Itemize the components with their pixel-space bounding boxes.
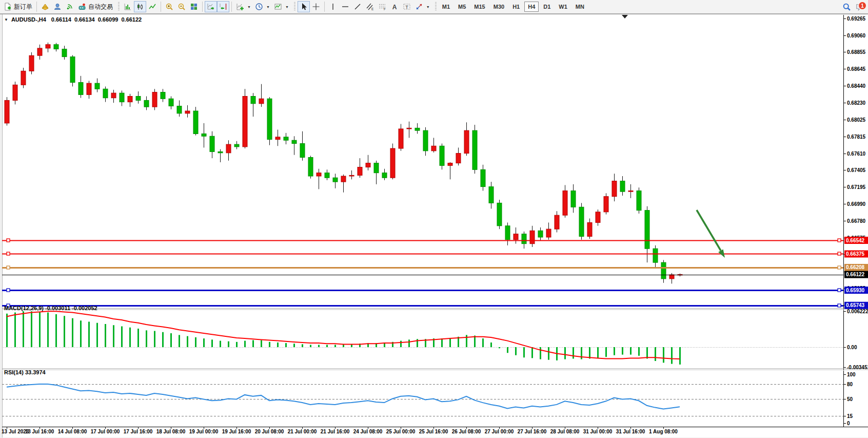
candle	[5, 100, 9, 123]
chevron-down-icon: ▼	[285, 5, 289, 9]
toolbar-gripper	[118, 2, 120, 11]
line-handle[interactable]	[7, 239, 10, 242]
line-handle[interactable]	[838, 289, 841, 292]
svg-text:0.66122: 0.66122	[846, 272, 865, 277]
chart-svg[interactable]: 0.692650.690600.688550.686450.684400.682…	[0, 0, 868, 438]
ohlc-high: 0.66134	[74, 16, 95, 23]
vertical-line-button[interactable]	[327, 1, 339, 12]
line-handle[interactable]	[7, 252, 10, 255]
tab-timeframe-h1[interactable]: H1	[509, 2, 523, 12]
profile-button[interactable]	[51, 1, 64, 12]
svg-text:18 Jul 08:00: 18 Jul 08:00	[156, 429, 186, 434]
candle	[325, 173, 329, 178]
tab-timeframe-mn[interactable]: MN	[572, 2, 588, 12]
periods-button[interactable]: ▼	[253, 1, 272, 12]
candle	[210, 136, 214, 151]
timeframe-group: M1M5M15M30H1H4D1W1MN	[439, 2, 588, 12]
zoom-in-button[interactable]	[163, 1, 175, 12]
chart-dropdown-icon[interactable]: ▼	[4, 17, 8, 22]
candle	[620, 181, 625, 192]
svg-text:19 Jul 00:00: 19 Jul 00:00	[189, 429, 219, 434]
cursor-icon	[300, 3, 308, 11]
text-label-button[interactable]: T	[401, 1, 413, 12]
toolbar-gripper	[435, 2, 437, 11]
tab-timeframe-m15[interactable]: M15	[470, 2, 488, 12]
toolbar-separator	[202, 2, 203, 12]
chart-area[interactable]: 0.692650.690600.688550.686450.684400.682…	[0, 0, 868, 438]
svg-text:A: A	[392, 4, 397, 11]
candle	[177, 106, 182, 113]
candle	[95, 83, 100, 89]
line-handle[interactable]	[7, 266, 10, 269]
candle	[497, 203, 502, 225]
line-handle[interactable]	[838, 266, 841, 269]
new-order-button[interactable]: 新订单	[2, 1, 34, 12]
svg-text:0.67195: 0.67195	[847, 184, 866, 190]
zoom-out-button[interactable]	[175, 1, 188, 12]
signals-button[interactable]	[64, 1, 76, 12]
line-handle[interactable]	[838, 304, 841, 307]
candle	[628, 191, 633, 192]
candle	[78, 83, 83, 95]
line-handle[interactable]	[7, 289, 10, 292]
auto-trading-button[interactable]: 自动交易	[76, 1, 115, 12]
vertical-line-icon	[329, 3, 337, 11]
candle	[275, 137, 280, 140]
candle	[292, 140, 297, 143]
tab-timeframe-d1[interactable]: D1	[540, 2, 554, 12]
macd-indicator-label: MACD(12,26,9) -0.003011 -0.002052	[4, 305, 97, 311]
tab-timeframe-m30[interactable]: M30	[490, 2, 508, 12]
candle	[37, 48, 42, 55]
candle	[161, 92, 165, 99]
candle	[267, 99, 272, 139]
tab-timeframe-m1[interactable]: M1	[439, 2, 453, 12]
fibonacci-button[interactable]: F	[376, 1, 388, 12]
candle	[317, 173, 321, 176]
templates-button[interactable]: ▼	[272, 1, 291, 12]
trendline-button[interactable]	[351, 1, 364, 12]
crosshair-icon	[312, 3, 320, 11]
cursor-button[interactable]	[298, 1, 310, 12]
search-button[interactable]	[840, 1, 853, 12]
svg-text:0.66780: 0.66780	[847, 218, 866, 224]
candle	[308, 157, 313, 176]
text-button[interactable]: A	[388, 1, 401, 12]
candle	[571, 191, 576, 207]
bar-chart-button[interactable]	[122, 1, 134, 12]
svg-text:T: T	[405, 5, 408, 10]
candle	[358, 167, 362, 176]
svg-text:0.68645: 0.68645	[847, 66, 866, 72]
svg-text:0.67405: 0.67405	[847, 167, 866, 173]
tab-timeframe-w1[interactable]: W1	[555, 2, 571, 12]
auto-scroll-button[interactable]	[205, 1, 217, 12]
metaeditor-button[interactable]	[39, 1, 51, 12]
svg-text:27 Jul 16:00: 27 Jul 16:00	[518, 429, 547, 434]
candle	[645, 211, 649, 249]
new-order-doc-plus-icon	[4, 3, 12, 11]
crosshair-button[interactable]	[310, 1, 322, 12]
svg-text:0.67815: 0.67815	[847, 134, 866, 140]
line-chart-button[interactable]	[146, 1, 159, 12]
svg-text:0.67610: 0.67610	[847, 151, 866, 157]
svg-text:E: E	[371, 7, 374, 11]
svg-text:0.66990: 0.66990	[847, 201, 866, 207]
indicators-button[interactable]: ▼	[234, 1, 253, 12]
candle	[374, 163, 379, 173]
fibonacci-icon: F	[378, 3, 386, 11]
tab-timeframe-h4[interactable]: H4	[524, 2, 539, 12]
chart-shift-button[interactable]	[217, 1, 229, 12]
horizontal-line-button[interactable]	[339, 1, 351, 12]
tile-windows-button[interactable]	[188, 1, 200, 12]
candle	[21, 71, 26, 85]
candlestick-chart-button[interactable]	[134, 1, 146, 12]
notification-badge[interactable]: 1	[858, 2, 866, 10]
tab-timeframe-m5[interactable]: M5	[455, 2, 469, 12]
line-handle[interactable]	[838, 252, 841, 255]
svg-text:20 Jul 08:00: 20 Jul 08:00	[255, 429, 284, 434]
equidistant-channel-button[interactable]: E	[364, 1, 376, 12]
candle	[456, 154, 461, 163]
candle	[13, 85, 17, 100]
candle	[349, 175, 354, 176]
arrows-button[interactable]: ▼	[413, 1, 432, 12]
line-handle[interactable]	[838, 239, 841, 242]
